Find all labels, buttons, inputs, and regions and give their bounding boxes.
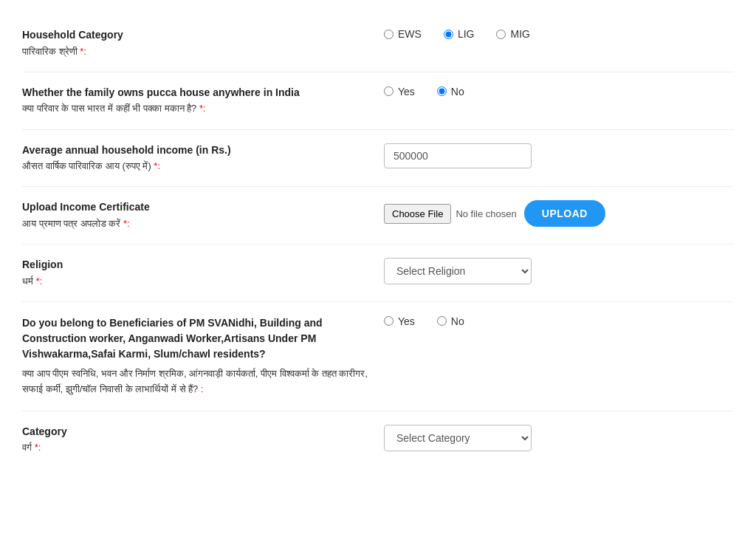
pucca-house-no[interactable]: No bbox=[437, 86, 464, 98]
household-category-lig-radio[interactable] bbox=[444, 30, 453, 39]
pucca-house-label-en: Whether the family owns pucca house anyw… bbox=[22, 86, 384, 100]
pm-beneficiary-row: Do you belong to Beneficiaries of PM SVA… bbox=[22, 302, 734, 411]
religion-label-hi: धर्म *: bbox=[22, 275, 384, 288]
pucca-house-yes-label: Yes bbox=[398, 86, 415, 98]
pucca-house-required: *: bbox=[199, 103, 206, 114]
religion-control: Select Religion Hindu Muslim Christian S… bbox=[384, 258, 734, 284]
pm-beneficiary-no-label: No bbox=[451, 315, 464, 327]
household-category-ews[interactable]: EWS bbox=[384, 28, 422, 40]
pm-beneficiary-label-hi: क्या आप पीएम स्वनिधि, भवन और निर्माण श्र… bbox=[22, 366, 384, 397]
file-section: Choose File No file chosen UPLOAD bbox=[384, 200, 605, 227]
household-category-label-hi: पारिवारिक श्रेणी *: bbox=[22, 45, 384, 58]
household-category-mig-radio[interactable] bbox=[496, 30, 506, 39]
annual-income-row: Average annual household income (in Rs.)… bbox=[22, 130, 734, 187]
pm-beneficiary-label: Do you belong to Beneficiaries of PM SVA… bbox=[22, 315, 384, 397]
income-certificate-label: Upload Income Certificate आय प्रमाण पत्र… bbox=[22, 200, 384, 230]
pm-beneficiary-yes-label: Yes bbox=[398, 315, 415, 327]
religion-row: Religion धर्म *: Select Religion Hindu M… bbox=[22, 244, 734, 301]
pm-beneficiary-radio-group: Yes No bbox=[384, 315, 464, 327]
income-certificate-row: Upload Income Certificate आय प्रमाण पत्र… bbox=[22, 187, 734, 244]
category-label-hi: वर्ग *: bbox=[22, 441, 384, 454]
file-input-wrapper: Choose File No file chosen bbox=[384, 204, 517, 224]
household-category-row: Household Category पारिवारिक श्रेणी *: E… bbox=[22, 15, 734, 72]
annual-income-input[interactable]: 500000 bbox=[384, 143, 532, 168]
annual-income-label: Average annual household income (in Rs.)… bbox=[22, 143, 384, 174]
household-category-lig-label: LIG bbox=[458, 28, 475, 40]
category-select[interactable]: Select Category Building Construction Ge… bbox=[384, 425, 532, 451]
annual-income-control: 500000 bbox=[384, 143, 734, 168]
household-category-label-en: Household Category bbox=[22, 28, 384, 43]
household-category-radio-group: EWS LIG MIG bbox=[384, 28, 530, 40]
pucca-house-no-radio[interactable] bbox=[437, 86, 447, 96]
household-category-mig[interactable]: MIG bbox=[496, 28, 529, 40]
pm-beneficiary-required: : bbox=[201, 383, 204, 394]
category-label: Category वर्ग *: bbox=[22, 425, 384, 455]
pucca-house-row: Whether the family owns pucca house anyw… bbox=[22, 72, 734, 129]
household-category-label: Household Category पारिवारिक श्रेणी *: bbox=[22, 28, 384, 58]
pm-beneficiary-yes-radio[interactable] bbox=[384, 316, 394, 326]
pm-beneficiary-control: Yes No bbox=[384, 315, 734, 327]
household-category-control: EWS LIG MIG bbox=[384, 28, 734, 40]
income-certificate-label-hi: आय प्रमाण पत्र अपलोड करें *: bbox=[22, 217, 384, 230]
category-required: *: bbox=[35, 442, 41, 453]
pucca-house-control: Yes No bbox=[384, 86, 734, 98]
pm-beneficiary-no-radio[interactable] bbox=[437, 316, 447, 326]
pucca-house-yes[interactable]: Yes bbox=[384, 86, 415, 98]
household-category-ews-radio[interactable] bbox=[384, 30, 394, 39]
upload-button[interactable]: UPLOAD bbox=[524, 200, 605, 227]
category-row: Category वर्ग *: Select Category Buildin… bbox=[22, 411, 734, 468]
religion-select[interactable]: Select Religion Hindu Muslim Christian S… bbox=[384, 258, 532, 284]
religion-label-en: Religion bbox=[22, 258, 384, 273]
income-certificate-control: Choose File No file chosen UPLOAD bbox=[384, 200, 734, 227]
household-category-lig[interactable]: LIG bbox=[444, 28, 475, 40]
pucca-house-yes-radio[interactable] bbox=[384, 86, 394, 96]
religion-required: *: bbox=[36, 276, 43, 287]
income-certificate-required: *: bbox=[123, 218, 130, 229]
annual-income-label-en: Average annual household income (in Rs.) bbox=[22, 143, 384, 158]
pm-beneficiary-yes[interactable]: Yes bbox=[384, 315, 415, 327]
pucca-house-no-label: No bbox=[451, 86, 464, 98]
household-category-required: *: bbox=[80, 46, 86, 57]
choose-file-button[interactable]: Choose File bbox=[384, 204, 451, 224]
pm-beneficiary-no[interactable]: No bbox=[437, 315, 464, 327]
category-control: Select Category Building Construction Ge… bbox=[384, 425, 734, 451]
annual-income-label-hi: औसत वार्षिक पारिवारिक आय (रुपए में) *: bbox=[22, 160, 384, 173]
household-category-mig-label: MIG bbox=[510, 28, 529, 40]
religion-label: Religion धर्म *: bbox=[22, 258, 384, 288]
no-file-text: No file chosen bbox=[456, 208, 516, 219]
pm-beneficiary-label-en: Do you belong to Beneficiaries of PM SVA… bbox=[22, 315, 384, 362]
income-certificate-label-en: Upload Income Certificate bbox=[22, 200, 384, 215]
household-category-ews-label: EWS bbox=[398, 28, 422, 40]
category-label-en: Category bbox=[22, 425, 384, 440]
pucca-house-radio-group: Yes No bbox=[384, 86, 464, 98]
pucca-house-label: Whether the family owns pucca house anyw… bbox=[22, 86, 384, 116]
pucca-house-label-hi: क्या परिवार के पास भारत में कहीं भी पक्क… bbox=[22, 102, 384, 115]
annual-income-required: *: bbox=[154, 160, 160, 171]
